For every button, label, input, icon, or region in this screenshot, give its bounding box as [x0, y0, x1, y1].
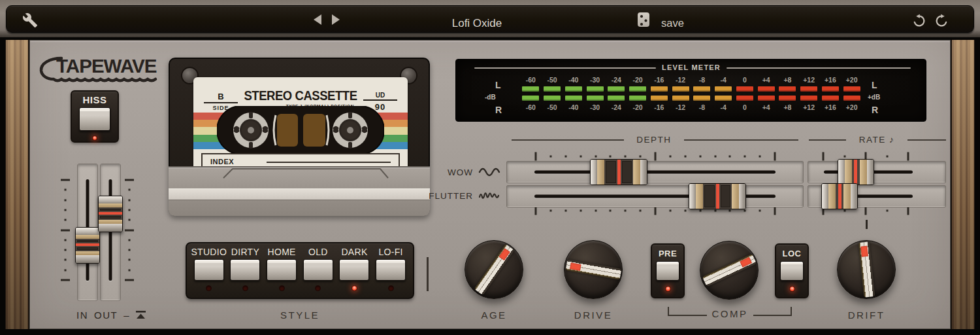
- cassette-title: STEREO CASSETTE: [243, 88, 358, 103]
- meter-left-l-label: L: [495, 80, 501, 90]
- meter-column--20: -20-20: [627, 75, 649, 112]
- meter-column--8: -8-8: [691, 75, 713, 112]
- meter-segment: [800, 86, 817, 92]
- meter-scale-label: -4: [720, 75, 726, 84]
- meter-segment: [565, 96, 582, 101]
- comp-section-bracket: COMP: [668, 307, 792, 316]
- meter-segment: [715, 96, 732, 101]
- style-led: [315, 285, 321, 291]
- flutter-rate-handle[interactable]: [821, 183, 858, 209]
- meter-segment: [587, 86, 604, 92]
- meter-scale-label: +20: [846, 103, 858, 112]
- wood-side-panel-left: [5, 40, 29, 329]
- comp-pre-module: PRE: [651, 243, 685, 298]
- settings-wrench-icon[interactable]: [22, 12, 38, 28]
- meter-segment: [672, 96, 689, 101]
- comp-knob[interactable]: [700, 241, 759, 300]
- loc-label: LOC: [783, 249, 802, 258]
- meter-segment: [544, 86, 561, 92]
- meter-segment: [779, 96, 796, 101]
- flutter-depth-slider[interactable]: [506, 185, 804, 207]
- out-fader-ticks: [124, 180, 135, 280]
- meter-scale-label: -16: [654, 75, 664, 84]
- style-button-dark[interactable]: [339, 259, 369, 281]
- meter-scale-label: -12: [676, 103, 685, 112]
- door-notch: [222, 168, 392, 179]
- hiss-label: HISS: [82, 94, 106, 105]
- hiss-button[interactable]: [79, 107, 110, 131]
- meter-segment: [608, 96, 625, 101]
- drive-knob-pointer: [565, 259, 621, 279]
- style-button-label: DARK: [341, 247, 367, 257]
- cassette-tape-type: UD: [363, 92, 397, 101]
- flutter-row-label: FLUTTER: [405, 188, 503, 203]
- flutter-depth-handle[interactable]: [689, 183, 746, 209]
- save-button[interactable]: save: [661, 17, 684, 29]
- preset-name[interactable]: Lofi Oxide: [412, 17, 542, 30]
- loc-button[interactable]: [780, 261, 804, 281]
- style-cell-home: HOME: [263, 247, 300, 294]
- style-section-label: STYLE: [261, 309, 339, 321]
- brand-logo: TAPEWAVE: [35, 55, 169, 85]
- meter-scale-label: -8: [699, 75, 705, 84]
- output-fader-handle[interactable]: [98, 196, 123, 232]
- rate-section-label: RATE ♪: [847, 135, 906, 145]
- wow-depth-handle[interactable]: [590, 159, 647, 185]
- wow-rate-handle[interactable]: [838, 159, 874, 185]
- pre-button[interactable]: [656, 261, 679, 281]
- drift-center-tick: [866, 220, 868, 229]
- meter-segment: [651, 96, 668, 101]
- style-led: [279, 285, 285, 291]
- tape-window: [217, 106, 384, 154]
- meter-segment: [800, 96, 817, 101]
- drive-knob-label: DRIVE: [554, 309, 632, 321]
- output-fader[interactable]: [100, 164, 121, 301]
- meter-scale-label: +4: [762, 75, 770, 84]
- style-button-label: OLD: [308, 247, 328, 257]
- meter-segment: [629, 96, 646, 101]
- meter-scale-label: -30: [590, 103, 600, 112]
- meter-scale-label: +8: [783, 75, 791, 84]
- meter-column--50: -50-50: [542, 75, 563, 112]
- style-button-lo-fi[interactable]: [376, 259, 406, 281]
- previous-preset-icon[interactable]: [314, 14, 321, 25]
- index-label: INDEX: [210, 158, 234, 166]
- input-fader[interactable]: [77, 164, 98, 301]
- flutter-rate-slider[interactable]: [808, 185, 946, 207]
- meter-scale-label: -12: [676, 75, 685, 84]
- meter-scale-label: -50: [547, 103, 557, 112]
- meter-column--12: -12-12: [670, 75, 691, 112]
- style-button-home[interactable]: [267, 259, 297, 281]
- level-meter-title: LEVEL METER: [639, 63, 743, 71]
- next-preset-icon[interactable]: [332, 14, 340, 25]
- drift-knob[interactable]: [837, 240, 896, 299]
- drive-knob[interactable]: [564, 240, 623, 299]
- age-knob[interactable]: [465, 240, 523, 299]
- in-fader-ticks: [60, 180, 71, 280]
- style-button-label: HOME: [268, 247, 296, 257]
- meter-segment: [629, 86, 646, 92]
- jitter-wave-icon: [478, 190, 503, 202]
- meter-segment: [693, 96, 710, 101]
- style-button-label: DIRTY: [231, 247, 259, 257]
- undo-icon[interactable]: [912, 14, 926, 31]
- io-separator: –: [123, 309, 130, 321]
- input-fader-handle[interactable]: [75, 227, 100, 264]
- redo-icon[interactable]: [934, 14, 949, 31]
- meter-left-db-label: -dB: [485, 94, 496, 101]
- meter-scale-label: 0: [743, 103, 747, 112]
- meter-scale-label: -60: [526, 103, 536, 112]
- wow-depth-slider[interactable]: [506, 161, 804, 183]
- style-button-dirty[interactable]: [230, 259, 260, 281]
- style-button-studio[interactable]: [194, 259, 224, 281]
- style-divider-tick: [427, 257, 429, 291]
- style-button-label: LO-FI: [379, 247, 403, 257]
- meter-scale-label: +12: [803, 103, 815, 112]
- meter-segment: [758, 96, 775, 101]
- style-led: [242, 285, 248, 291]
- meter-segment: [672, 86, 689, 92]
- meter-column--40: -40-40: [563, 75, 585, 112]
- style-button-old[interactable]: [303, 259, 333, 281]
- randomize-dice-icon[interactable]: [638, 12, 649, 27]
- wow-rate-slider[interactable]: [808, 161, 946, 183]
